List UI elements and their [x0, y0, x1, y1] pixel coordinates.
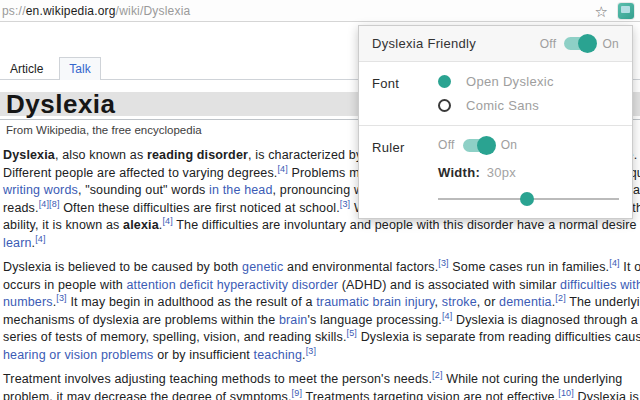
ruler-width-row: Width: 30px	[438, 165, 619, 180]
font-option-label: Comic Sans	[466, 98, 539, 113]
article-paragraph: Dyslexia is believed to be caused by bot…	[3, 259, 640, 364]
toggle-thumb	[578, 34, 597, 53]
article-link[interactable]: genetic	[242, 260, 283, 274]
article-link[interactable]: traumatic brain injury	[316, 295, 434, 309]
ruler-toggle-off-label: Off	[438, 138, 455, 152]
article-text: , "sounding out" words	[78, 183, 209, 197]
bold-term: reading disorder	[147, 148, 248, 162]
reference-link[interactable]: [4]	[609, 258, 619, 268]
reference-link[interactable]: [3]	[340, 198, 350, 208]
width-label: Width:	[438, 165, 480, 180]
main-toggle-group: Off On	[540, 37, 619, 51]
article-text: The difficulties are involuntary and peo…	[173, 218, 640, 232]
article-link[interactable]: teaching	[254, 348, 302, 362]
reference-link[interactable]: [2]	[555, 293, 565, 303]
article-text: Treatment involves adjusting teaching me…	[3, 372, 432, 386]
bookmark-star-icon[interactable]: ☆	[595, 4, 608, 19]
article-text: Treatments targeting vision are not effe…	[302, 390, 558, 400]
font-option-label: Open Dyslexic	[466, 74, 554, 89]
font-section: Font Open Dyslexic Comic Sans	[359, 62, 632, 125]
font-section-label: Font	[372, 74, 438, 113]
popup-title: Dyslexia Friendly	[372, 36, 476, 51]
article-text: , also known as	[55, 148, 147, 162]
main-toggle-on-label: On	[602, 37, 619, 51]
popup-header: Dyslexia Friendly Off On	[359, 26, 632, 62]
font-option-comic-sans[interactable]: Comic Sans	[438, 98, 619, 113]
article-text: , or	[477, 295, 499, 309]
article-text: or by insufficient	[154, 348, 254, 362]
reference-link[interactable]: [4]	[35, 233, 45, 243]
article-text: Often these difficulties are first notic…	[60, 201, 340, 215]
reference-link[interactable]: [4]	[277, 163, 287, 173]
url-prefix: ps://	[2, 4, 26, 18]
tab-article[interactable]: Article	[1, 58, 52, 80]
site-subtitle: From Wikipedia, the free encyclopedia	[6, 124, 202, 136]
article-text: Some cases run in families.	[449, 260, 610, 274]
toggle-thumb	[477, 136, 496, 155]
reference-link[interactable]: [3]	[56, 293, 66, 303]
tab-talk[interactable]: Talk	[59, 57, 100, 80]
ruler-toggle-switch[interactable]	[463, 139, 493, 152]
reference-link[interactable]: [9]	[292, 387, 302, 397]
page-title: Dyslexia	[6, 89, 116, 120]
address-bar[interactable]: ps://en.wikipedia.org/wiki/Dyslexia ☆	[0, 0, 640, 22]
reference-link[interactable]: [3]	[306, 345, 316, 355]
article-text: 's language processing.	[307, 313, 441, 327]
ruler-width-slider[interactable]	[438, 192, 619, 206]
url-path: /wiki/Dyslexia	[116, 4, 191, 18]
reference-link[interactable]: [5]	[347, 328, 357, 338]
reference-link[interactable]: [10]	[558, 387, 574, 397]
main-toggle-switch[interactable]	[564, 37, 594, 50]
width-value: 30px	[487, 165, 516, 180]
article-link[interactable]: in the head	[209, 183, 273, 197]
article-text: It may begin in adulthood as the result …	[67, 295, 316, 309]
reference-link[interactable]: [4]	[442, 310, 452, 320]
article-text: Dyslexia is believed to be caused by bot…	[3, 260, 242, 274]
url-text[interactable]: ps://en.wikipedia.org/wiki/Dyslexia	[2, 4, 190, 18]
ruler-section: Ruler Off On Width: 30px	[359, 125, 632, 218]
radio-icon[interactable]	[438, 99, 451, 112]
dyslexia-friendly-popup: Dyslexia Friendly Off On Font Open Dysle…	[358, 25, 633, 219]
slider-thumb[interactable]	[520, 192, 534, 206]
article-text: and environmental factors.	[283, 260, 438, 274]
article-link[interactable]: writing words	[3, 183, 78, 197]
reference-link[interactable]: [2]	[432, 370, 442, 380]
bold-term: Dyslexia	[3, 148, 55, 162]
reference-link[interactable]: [4][8]	[39, 198, 60, 208]
url-host: en.wikipedia.org	[26, 4, 116, 18]
ruler-section-label: Ruler	[372, 138, 438, 206]
dyslexia-extension-icon[interactable]	[618, 3, 634, 19]
browser-window: ps://en.wikipedia.org/wiki/Dyslexia ☆ Ar…	[0, 0, 640, 400]
reference-link[interactable]: [3]	[438, 258, 448, 268]
ruler-toggle-group: Off On	[438, 138, 619, 152]
article-link[interactable]: dementia	[499, 295, 552, 309]
reference-link[interactable]: [4]	[162, 216, 172, 226]
article-text: (ADHD) and is associated with similar	[338, 278, 560, 292]
font-option-open-dyslexic[interactable]: Open Dyslexic	[438, 74, 619, 89]
article-link[interactable]: brain	[279, 313, 308, 327]
main-toggle-off-label: Off	[540, 37, 557, 51]
article-link[interactable]: hearing or vision problems	[3, 348, 154, 362]
ruler-toggle-on-label: On	[501, 138, 518, 152]
article-text: Dyslexia is separate from reading diffic…	[357, 330, 640, 344]
radio-icon[interactable]	[438, 75, 451, 88]
article-link[interactable]: learn	[3, 236, 32, 250]
article-link[interactable]: stroke	[442, 295, 477, 309]
article-text: ,	[435, 295, 442, 309]
article-paragraph: Treatment involves adjusting teaching me…	[3, 371, 640, 400]
bold-term: alexia	[123, 218, 159, 232]
article-link[interactable]: attention deficit hyperactivity disorder	[127, 278, 339, 292]
